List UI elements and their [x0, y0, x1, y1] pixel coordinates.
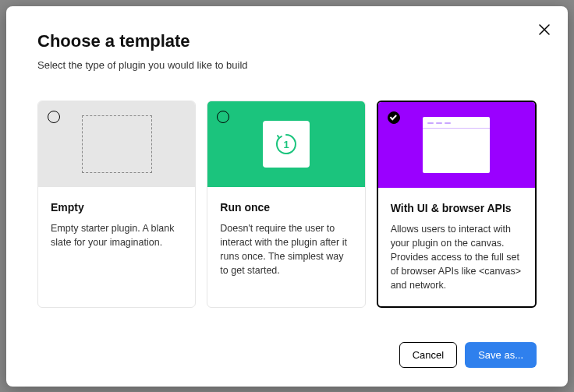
empty-placeholder-icon: [82, 115, 152, 173]
modal-subtitle: Select the type of plugin you would like…: [37, 59, 537, 71]
close-button[interactable]: [535, 20, 554, 39]
template-preview-empty: [38, 101, 195, 187]
template-preview-run: 1: [207, 101, 364, 187]
radio-icon: [217, 111, 229, 123]
template-preview-ui: [378, 102, 535, 188]
template-body: Run once Doesn't require the user to int…: [207, 187, 364, 308]
template-modal: Choose a template Select the type of plu…: [6, 6, 568, 387]
template-title: Run once: [220, 201, 352, 214]
radio-selected-icon: [388, 111, 400, 124]
run-once-icon: 1: [263, 121, 310, 168]
template-list: Empty Empty starter plugin. A blank slat…: [37, 101, 537, 309]
save-as-button[interactable]: Save as...: [465, 342, 537, 368]
template-title: Empty: [51, 201, 182, 214]
modal-title: Choose a template: [37, 31, 537, 51]
template-card-empty[interactable]: Empty Empty starter plugin. A blank slat…: [37, 101, 196, 309]
close-icon: [539, 24, 550, 35]
modal-footer: Cancel Save as...: [37, 327, 537, 368]
template-description: Empty starter plugin. A blank slate for …: [51, 221, 182, 249]
template-description: Allows users to interact with your plugi…: [391, 222, 523, 293]
radio-icon: [48, 111, 60, 123]
template-title: With UI & browser APIs: [391, 202, 523, 214]
browser-window-icon: [423, 117, 490, 173]
template-body: Empty Empty starter plugin. A blank slat…: [38, 187, 195, 308]
template-card-ui-browser[interactable]: With UI & browser APIs Allows users to i…: [377, 101, 537, 309]
template-description: Doesn't require the user to interact wit…: [220, 221, 352, 278]
cancel-button[interactable]: Cancel: [399, 342, 457, 368]
template-body: With UI & browser APIs Allows users to i…: [378, 188, 535, 307]
svg-text:1: 1: [283, 139, 289, 150]
template-card-run-once[interactable]: 1 Run once Doesn't require the user to i…: [207, 101, 365, 309]
